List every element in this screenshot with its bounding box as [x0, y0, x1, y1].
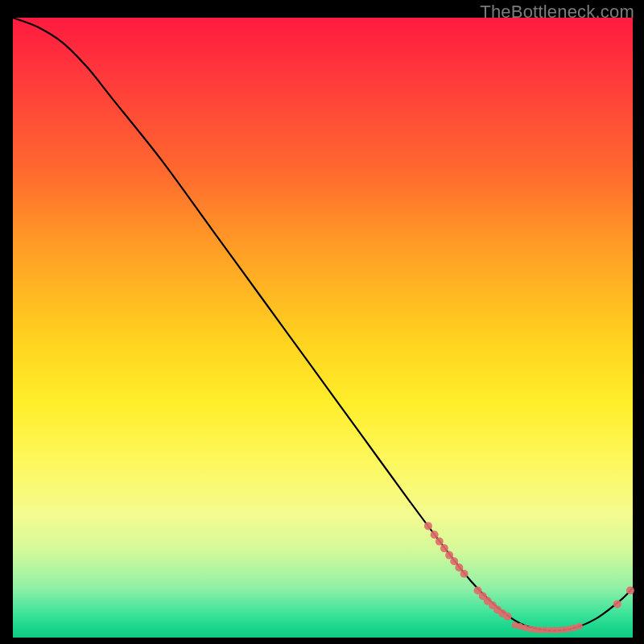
chart-svg: [13, 18, 633, 638]
data-point: [424, 522, 432, 530]
data-point: [460, 570, 469, 578]
data-point: [613, 600, 621, 608]
data-point: [431, 530, 439, 539]
chart-points: [424, 522, 634, 633]
data-point: [576, 623, 583, 630]
chart-curve: [13, 18, 633, 630]
chart-background: [13, 18, 633, 638]
data-point: [626, 587, 634, 595]
data-point: [504, 613, 512, 621]
bottleneck-curve: [13, 18, 633, 630]
data-point: [436, 538, 444, 546]
data-point: [440, 544, 448, 552]
